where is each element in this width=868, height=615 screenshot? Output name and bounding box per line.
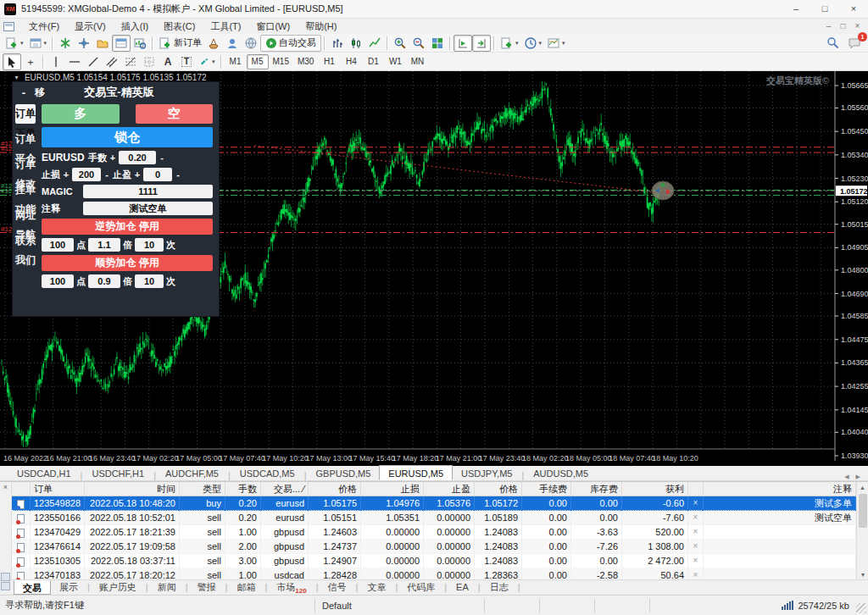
panel-menu-联系我们[interactable]: 联系我们 [15, 231, 36, 251]
comment-input[interactable] [83, 202, 213, 215]
window-close-button[interactable]: × [839, 0, 868, 19]
metaeditor-button[interactable] [204, 35, 223, 52]
terminal-scrollbar[interactable]: ▲ ▼ [856, 482, 868, 580]
chart-close-button[interactable]: × [850, 19, 865, 33]
column-header-11[interactable]: 获利 [622, 482, 688, 496]
zoom-out-button[interactable] [409, 35, 428, 52]
community-button[interactable] [223, 35, 242, 52]
sl-plus-button[interactable]: + [63, 169, 70, 180]
indicators-button[interactable]: ▾ [498, 35, 521, 52]
order-row[interactable]: 1235103052022.05.18 03:37:11sell3.00gbpu… [12, 554, 856, 568]
menu-item-H[interactable]: 帮助(H) [298, 19, 344, 34]
zoom-in-button[interactable] [391, 35, 409, 52]
panel-minimize-button[interactable]: - [13, 86, 35, 99]
close-order-icon[interactable]: × [688, 496, 704, 511]
scroll-thumb[interactable] [859, 494, 867, 528]
sell-button[interactable]: 空 [136, 104, 214, 124]
counter-trend-add-button[interactable]: 逆势加仓 停用 [42, 219, 213, 235]
chart-restore-button[interactable]: □ [836, 19, 850, 33]
bottom-tab-[interactable]: 展示 [51, 580, 86, 595]
bottom-tab-[interactable]: 代码库 [398, 580, 443, 595]
window-maximize-button[interactable]: □ [810, 0, 839, 19]
panel-menu-网址导航[interactable]: 网址导航 [15, 206, 36, 225]
timeframe-D1[interactable]: D1 [362, 54, 384, 69]
lots-input[interactable] [119, 151, 156, 164]
chart-tab-USDJPYM5[interactable]: USDJPY,M5 [453, 467, 520, 480]
trend-add-button[interactable]: 顺势加仓 停用 [42, 255, 213, 271]
chart-shift-button[interactable] [472, 35, 491, 52]
horizontal-line-tool-button[interactable] [65, 53, 84, 70]
market-watch-button[interactable] [56, 35, 75, 52]
magic-input[interactable] [83, 185, 213, 198]
tab-scroll-arrows[interactable]: ◀ ▶ [844, 474, 868, 480]
text-label-tool-button[interactable]: T [177, 53, 196, 70]
tp-plus-button[interactable]: + [134, 169, 141, 180]
column-header-2[interactable]: 类型 [180, 482, 225, 496]
chart-minimize-button[interactable]: – [821, 19, 836, 33]
column-header-0[interactable]: 订单 [31, 482, 85, 496]
column-header-8[interactable]: 价格 [475, 482, 522, 496]
lots-plus-button[interactable]: + [109, 152, 116, 163]
bottom-tab-[interactable]: 新闻 [149, 580, 185, 595]
menu-item-T[interactable]: 工具(T) [203, 19, 248, 34]
column-header-5[interactable]: 价格 [309, 482, 361, 496]
tp-input[interactable] [143, 168, 172, 181]
chart-tab-EURUSDM5[interactable]: EURUSD,M5 [379, 465, 453, 480]
bottom-tab-[interactable]: 账户历史 [91, 580, 145, 595]
window-minimize-button[interactable]: – [782, 0, 810, 19]
new-chart-button[interactable]: ▾ [3, 35, 26, 52]
chart-tab-AUDUSDM5[interactable]: AUDUSD,M5 [525, 467, 597, 480]
column-header-6[interactable]: 止损 [361, 482, 424, 496]
menu-item-W[interactable]: 窗口(W) [248, 19, 298, 34]
buy-button[interactable]: 多 [42, 104, 120, 124]
menu-item-C[interactable]: 图表(C) [156, 19, 203, 34]
close-order-icon[interactable]: × [688, 540, 704, 554]
order-row[interactable]: 1234704292022.05.17 18:21:39sell1.00gbpu… [12, 525, 856, 540]
search-icon[interactable] [826, 36, 839, 49]
menu-item-V[interactable]: 显示(V) [67, 19, 114, 34]
chart-tab-GBPUSDM5[interactable]: GBPUSD,M5 [308, 467, 380, 480]
scroll-up-icon[interactable]: ▲ [857, 482, 868, 493]
terminal-button[interactable] [112, 35, 131, 52]
trend-mult-input[interactable] [88, 274, 120, 288]
close-order-icon[interactable]: × [688, 525, 704, 540]
chat-icon[interactable]: 1 [848, 36, 861, 49]
strategy-tester-button[interactable] [131, 35, 149, 52]
tp-minus-button[interactable]: - [175, 169, 181, 180]
column-header-9[interactable]: 手续费 [522, 482, 571, 496]
chart-tab-AUDCHFM5[interactable]: AUDCHF,M5 [157, 467, 227, 480]
channel-tool-button[interactable] [103, 53, 121, 70]
tile-windows-button[interactable] [428, 35, 447, 52]
candlestick-button[interactable] [347, 35, 365, 52]
timeframe-M1[interactable]: M1 [225, 54, 247, 69]
fibonacci-tool-button[interactable] [121, 53, 140, 70]
column-header-3[interactable]: 手数 [225, 482, 261, 496]
order-row[interactable]: 1234766142022.05.17 19:09:58sell2.00gbpu… [12, 540, 856, 554]
templates-button[interactable]: ▾ [544, 35, 568, 52]
timeframe-M30[interactable]: M30 [293, 54, 318, 69]
sl-input[interactable] [72, 168, 101, 181]
trend-points-input[interactable] [42, 274, 74, 288]
lock-position-button[interactable]: 锁仓 [42, 127, 213, 147]
data-window-button[interactable] [75, 35, 93, 52]
timeframe-W1[interactable]: W1 [384, 54, 406, 69]
text-tool-button[interactable]: A [159, 53, 177, 70]
cursor-tool-button[interactable] [3, 53, 21, 70]
column-header-4[interactable]: 交易... ⁄ [261, 482, 309, 496]
bottom-tab-EA[interactable]: EA [448, 580, 477, 595]
panel-menu-挂单功能[interactable]: 挂单功能 [15, 180, 36, 200]
bottom-tab-[interactable]: 邮箱 [228, 580, 264, 595]
bottom-tab-[interactable]: 警报 [189, 580, 225, 595]
counter-times-input[interactable] [135, 238, 164, 252]
menu-item-I[interactable]: 插入(I) [114, 19, 156, 34]
column-header-10[interactable]: 库存费 [571, 482, 622, 496]
bottom-tab-[interactable]: 文章 [359, 580, 394, 595]
timeframe-MN[interactable]: MN [406, 54, 428, 69]
order-row[interactable]: 1235498282022.05.18 10:48:20buy0.20eurus… [12, 496, 856, 511]
terminal-close-icon[interactable]: × [0, 482, 11, 492]
line-chart-button[interactable] [365, 35, 384, 52]
close-order-icon[interactable]: × [688, 554, 704, 568]
resize-grip[interactable] [856, 603, 866, 613]
panel-menu-订单下单[interactable]: 订单下单 [15, 104, 36, 124]
vertical-line-tool-button[interactable] [47, 53, 65, 70]
